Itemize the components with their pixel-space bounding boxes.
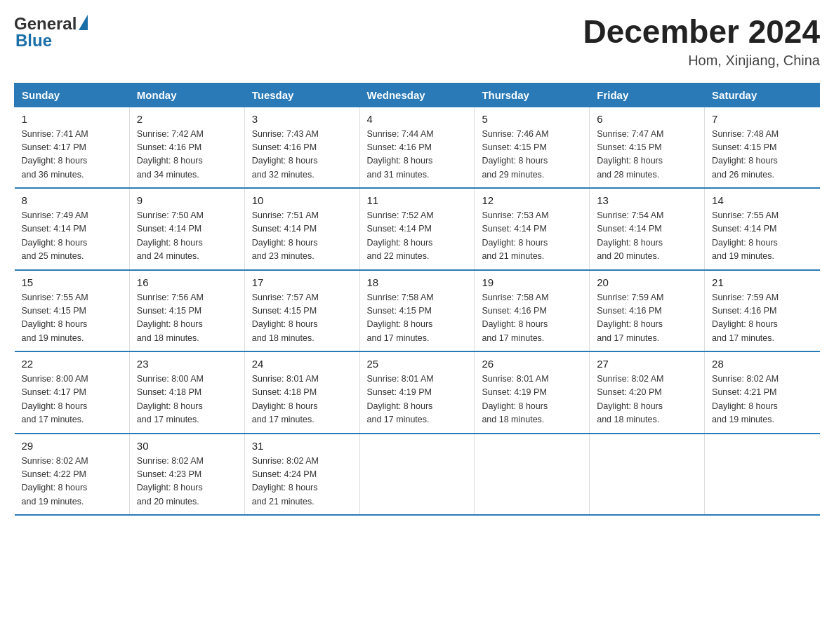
day-number: 23 [137,358,237,370]
calendar-day-cell: 8 Sunrise: 7:49 AM Sunset: 4:14 PM Dayli… [15,188,130,270]
calendar-day-cell: 11 Sunrise: 7:52 AM Sunset: 4:14 PM Dayl… [359,188,475,270]
calendar-day-cell: 9 Sunrise: 7:50 AM Sunset: 4:14 PM Dayli… [129,188,244,270]
calendar-day-cell: 31 Sunrise: 8:02 AM Sunset: 4:24 PM Dayl… [244,434,359,516]
calendar-day-cell: 13 Sunrise: 7:54 AM Sunset: 4:14 PM Dayl… [590,188,705,270]
day-info: Sunrise: 7:54 AM Sunset: 4:14 PM Dayligh… [597,209,697,264]
calendar-table: Sunday Monday Tuesday Wednesday Thursday… [14,83,820,516]
logo: General Blue [14,14,88,51]
day-number: 8 [22,194,122,206]
calendar-day-cell: 28 Sunrise: 8:02 AM Sunset: 4:21 PM Dayl… [705,351,820,434]
day-info: Sunrise: 7:52 AM Sunset: 4:14 PM Dayligh… [367,209,468,264]
day-number: 24 [252,358,352,370]
calendar-week-row: 8 Sunrise: 7:49 AM Sunset: 4:14 PM Dayli… [15,188,820,270]
day-number: 10 [252,194,352,206]
day-info: Sunrise: 7:46 AM Sunset: 4:15 PM Dayligh… [482,128,582,182]
day-info: Sunrise: 7:55 AM Sunset: 4:14 PM Dayligh… [712,209,812,264]
calendar-day-cell: 3 Sunrise: 7:43 AM Sunset: 4:16 PM Dayli… [244,107,359,188]
day-info: Sunrise: 8:01 AM Sunset: 4:19 PM Dayligh… [482,373,582,427]
col-friday: Friday [590,83,705,107]
calendar-day-cell [359,434,475,516]
day-number: 25 [367,358,468,370]
day-info: Sunrise: 8:02 AM Sunset: 4:21 PM Dayligh… [712,373,812,427]
day-number: 30 [137,440,237,452]
day-number: 5 [482,113,582,125]
day-number: 27 [597,358,697,370]
day-info: Sunrise: 7:59 AM Sunset: 4:16 PM Dayligh… [597,291,697,346]
day-number: 19 [482,276,582,288]
calendar-day-cell: 14 Sunrise: 7:55 AM Sunset: 4:14 PM Dayl… [705,188,820,270]
day-info: Sunrise: 8:02 AM Sunset: 4:23 PM Dayligh… [137,455,237,509]
location-subtitle: Hom, Xinjiang, China [583,53,820,69]
day-number: 28 [712,358,812,370]
day-number: 20 [597,276,697,288]
day-info: Sunrise: 7:55 AM Sunset: 4:15 PM Dayligh… [22,291,122,346]
day-number: 29 [22,440,122,452]
day-number: 31 [252,440,352,452]
day-number: 21 [712,276,812,288]
day-number: 7 [712,113,812,125]
col-saturday: Saturday [705,83,820,107]
calendar-day-cell: 21 Sunrise: 7:59 AM Sunset: 4:16 PM Dayl… [705,270,820,352]
day-number: 6 [597,113,697,125]
day-info: Sunrise: 8:02 AM Sunset: 4:20 PM Dayligh… [597,373,697,427]
calendar-day-cell [705,434,820,516]
calendar-week-row: 15 Sunrise: 7:55 AM Sunset: 4:15 PM Dayl… [15,270,820,352]
calendar-day-cell [590,434,705,516]
calendar-day-cell: 22 Sunrise: 8:00 AM Sunset: 4:17 PM Dayl… [15,351,130,434]
day-number: 9 [137,194,237,206]
col-monday: Monday [129,83,244,107]
calendar-week-row: 29 Sunrise: 8:02 AM Sunset: 4:22 PM Dayl… [15,434,820,516]
day-info: Sunrise: 7:44 AM Sunset: 4:16 PM Dayligh… [367,128,468,182]
calendar-header: Sunday Monday Tuesday Wednesday Thursday… [15,83,820,107]
logo-blue-text: Blue [15,31,52,51]
day-info: Sunrise: 7:43 AM Sunset: 4:16 PM Dayligh… [252,128,352,182]
day-info: Sunrise: 7:58 AM Sunset: 4:16 PM Dayligh… [482,291,582,346]
calendar-day-cell: 6 Sunrise: 7:47 AM Sunset: 4:15 PM Dayli… [590,107,705,188]
page-header: General Blue December 2024 Hom, Xinjiang… [14,14,820,69]
day-info: Sunrise: 8:00 AM Sunset: 4:18 PM Dayligh… [137,373,237,427]
calendar-week-row: 22 Sunrise: 8:00 AM Sunset: 4:17 PM Dayl… [15,351,820,434]
calendar-day-cell: 4 Sunrise: 7:44 AM Sunset: 4:16 PM Dayli… [359,107,475,188]
calendar-day-cell: 29 Sunrise: 8:02 AM Sunset: 4:22 PM Dayl… [15,434,130,516]
calendar-day-cell: 15 Sunrise: 7:55 AM Sunset: 4:15 PM Dayl… [15,270,130,352]
day-number: 14 [712,194,812,206]
header-row: Sunday Monday Tuesday Wednesday Thursday… [15,83,820,107]
day-info: Sunrise: 7:59 AM Sunset: 4:16 PM Dayligh… [712,291,812,346]
day-info: Sunrise: 7:49 AM Sunset: 4:14 PM Dayligh… [22,209,122,264]
calendar-day-cell: 17 Sunrise: 7:57 AM Sunset: 4:15 PM Dayl… [244,270,359,352]
calendar-day-cell [475,434,590,516]
day-number: 16 [137,276,237,288]
col-tuesday: Tuesday [244,83,359,107]
calendar-day-cell: 20 Sunrise: 7:59 AM Sunset: 4:16 PM Dayl… [590,270,705,352]
day-number: 4 [367,113,468,125]
title-block: December 2024 Hom, Xinjiang, China [583,14,820,69]
day-number: 18 [367,276,468,288]
day-info: Sunrise: 8:01 AM Sunset: 4:19 PM Dayligh… [367,373,468,427]
day-number: 15 [22,276,122,288]
col-sunday: Sunday [15,83,130,107]
day-number: 11 [367,194,468,206]
calendar-day-cell: 16 Sunrise: 7:56 AM Sunset: 4:15 PM Dayl… [129,270,244,352]
calendar-day-cell: 1 Sunrise: 7:41 AM Sunset: 4:17 PM Dayli… [15,107,130,188]
day-info: Sunrise: 7:56 AM Sunset: 4:15 PM Dayligh… [137,291,237,346]
calendar-body: 1 Sunrise: 7:41 AM Sunset: 4:17 PM Dayli… [15,107,820,515]
calendar-day-cell: 26 Sunrise: 8:01 AM Sunset: 4:19 PM Dayl… [475,351,590,434]
day-info: Sunrise: 7:53 AM Sunset: 4:14 PM Dayligh… [482,209,582,264]
day-info: Sunrise: 7:41 AM Sunset: 4:17 PM Dayligh… [22,128,122,182]
day-number: 17 [252,276,352,288]
day-info: Sunrise: 7:58 AM Sunset: 4:15 PM Dayligh… [367,291,468,346]
col-thursday: Thursday [475,83,590,107]
calendar-day-cell: 18 Sunrise: 7:58 AM Sunset: 4:15 PM Dayl… [359,270,475,352]
calendar-day-cell: 23 Sunrise: 8:00 AM Sunset: 4:18 PM Dayl… [129,351,244,434]
day-info: Sunrise: 7:47 AM Sunset: 4:15 PM Dayligh… [597,128,697,182]
day-number: 22 [22,358,122,370]
calendar-day-cell: 19 Sunrise: 7:58 AM Sunset: 4:16 PM Dayl… [475,270,590,352]
day-number: 26 [482,358,582,370]
day-number: 3 [252,113,352,125]
day-info: Sunrise: 7:57 AM Sunset: 4:15 PM Dayligh… [252,291,352,346]
month-year-title: December 2024 [583,14,820,50]
calendar-day-cell: 10 Sunrise: 7:51 AM Sunset: 4:14 PM Dayl… [244,188,359,270]
logo-triangle-icon [79,15,88,30]
calendar-day-cell: 27 Sunrise: 8:02 AM Sunset: 4:20 PM Dayl… [590,351,705,434]
day-info: Sunrise: 7:50 AM Sunset: 4:14 PM Dayligh… [137,209,237,264]
